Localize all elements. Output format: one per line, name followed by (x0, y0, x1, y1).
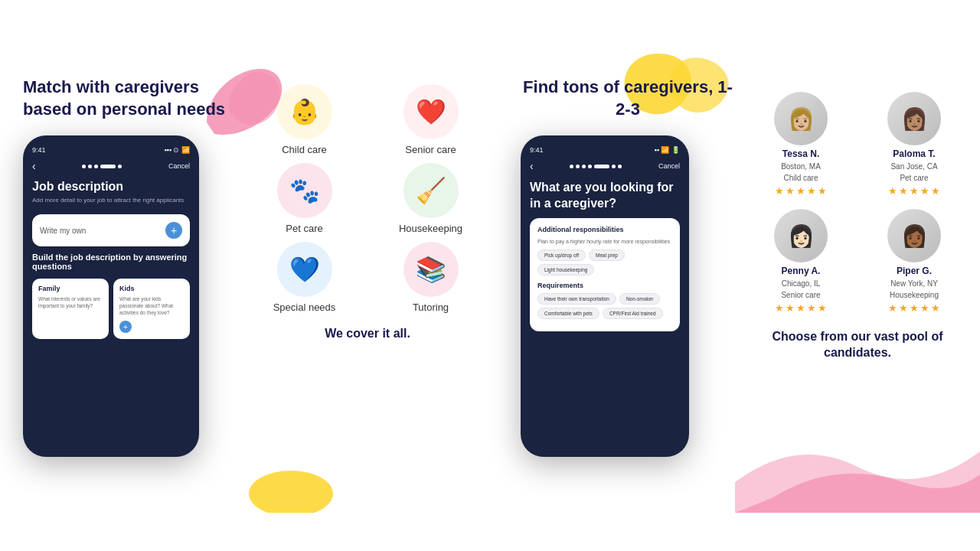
phone-job-title: Job description (32, 180, 190, 194)
service-label: Special needs (273, 302, 336, 313)
write-own-plus[interactable]: + (165, 222, 182, 239)
phone2-dots (570, 165, 622, 168)
decorative-shape-yellow-bottom (245, 452, 337, 513)
service-icon: 👶 (277, 84, 332, 139)
additional-tag: Light housekeeping (537, 264, 594, 276)
caregiver-avatar: 👩🏽 (887, 92, 941, 145)
star-full: ★ (888, 302, 897, 314)
star-full: ★ (786, 302, 795, 314)
caregiver-name: Penny A. (782, 266, 821, 276)
star-full: ★ (899, 302, 908, 314)
requirements-tags: Have their own transportationNon-smokerC… (537, 293, 672, 319)
star-full: ★ (818, 302, 827, 314)
additional-tags: Pick up/drop offMeal prepLight housekeep… (537, 249, 672, 276)
star-full: ★ (796, 185, 805, 197)
middle-section: 👶 Child care ❤️ Senior care 🐾 Pet care 🧹… (253, 77, 482, 341)
phone2-additional-card: Additional responsibilities Plan to pay … (530, 218, 680, 331)
star-full: ★ (775, 185, 784, 197)
caregiver-location: Boston, MA (781, 162, 821, 171)
caregiver-card: 👩🏽 Paloma T. San Jose, CA Pet care ★★★★★ (864, 92, 965, 197)
we-cover-text: We cover it all. (253, 327, 482, 341)
phone2-time: 9:41 (530, 146, 544, 154)
phone2-back-arrow: ‹ (530, 160, 534, 172)
kids-plus[interactable]: + (119, 321, 132, 333)
star-full: ★ (920, 302, 929, 314)
phone-job-subtitle: Add more detail to your job to attract t… (32, 197, 190, 204)
right-section: 👩🏼 Tessa N. Boston, MA Child care ★★★★★ … (750, 92, 965, 361)
right-left-section: Find tons of caregivers, 1-2-3 9:41 ▪▪ 📶… (521, 77, 735, 457)
caregiver-avatar: 👩🏾 (887, 209, 941, 262)
phone-time: 9:41 (32, 146, 46, 154)
phone-mockup-2: 9:41 ▪▪ 📶 🔋 ‹ Cancel What are you lookin… (521, 135, 689, 457)
additional-tag: Pick up/drop off (537, 249, 586, 261)
service-label: Pet care (286, 223, 322, 234)
req-tag: Non-smoker (619, 293, 660, 305)
caregiver-card: 👩🏼 Tessa N. Boston, MA Child care ★★★★★ (750, 92, 851, 197)
phone-nav: ‹ Cancel (32, 160, 190, 172)
caregiver-type: Senior care (781, 291, 820, 299)
star-half: ★ (818, 185, 827, 197)
phone-status-bar: 9:41 ▪▪▪ ⊙ 📶 (32, 146, 190, 154)
star-full: ★ (807, 185, 816, 197)
phone-back-arrow: ‹ (32, 160, 36, 172)
caregiver-location: New York, NY (890, 279, 938, 288)
caregiver-name: Piper G. (897, 266, 932, 276)
service-item-pet-care: 🐾 Pet care (253, 163, 356, 234)
star-full: ★ (910, 302, 919, 314)
additional-sub: Plan to pay a higher hourly rate for mor… (537, 238, 672, 245)
star-full: ★ (920, 185, 929, 197)
decorative-shape-pink-bottom-right (735, 421, 980, 513)
caregiver-card: 👩🏾 Piper G. New York, NY Housekeeping ★★… (864, 209, 965, 314)
service-icon: 🧹 (403, 163, 459, 218)
caregiver-type: Pet care (900, 174, 928, 182)
star-full: ★ (899, 185, 908, 197)
service-label: Senior care (405, 144, 456, 155)
req-tag: CPR/First Aid trained (603, 308, 663, 319)
phone2-signal: ▪▪ 📶 🔋 (655, 146, 680, 154)
service-item-tutoring: 📚 Tutoring (379, 242, 482, 313)
req-tag: Have their own transportation (537, 293, 616, 305)
caregiver-name: Tessa N. (782, 148, 819, 159)
caregiver-name: Paloma T. (893, 148, 935, 159)
caregiver-type: Housekeeping (890, 291, 939, 299)
phone-cancel: Cancel (168, 162, 190, 170)
phone-dots (82, 165, 122, 168)
family-card: Family What interests or values are impo… (32, 279, 109, 339)
phone2-cancel: Cancel (658, 162, 680, 170)
service-icon: 💙 (277, 242, 332, 297)
caregiver-stars: ★★★★★ (775, 185, 827, 197)
caregiver-location: Chicago, IL (782, 279, 821, 288)
choose-text: Choose from our vast pool of candidates. (750, 329, 965, 361)
caregiver-location: San Jose, CA (890, 162, 937, 171)
service-label: Housekeeping (399, 223, 462, 234)
requirements-title: Requirements (537, 282, 672, 289)
right-title: Find tons of caregivers, 1-2-3 (521, 77, 735, 120)
kids-text: What are your kids passionate about? Wha… (119, 295, 184, 316)
phone2-question: What are you looking for in a caregiver? (530, 180, 680, 212)
family-text: What interests or values are important t… (38, 295, 103, 309)
svg-point-0 (249, 471, 333, 513)
phone-signal: ▪▪▪ ⊙ 📶 (164, 146, 190, 154)
left-title: Match with caregivers based on personal … (23, 77, 237, 120)
services-grid: 👶 Child care ❤️ Senior care 🐾 Pet care 🧹… (253, 84, 482, 313)
caregiver-stars: ★★★★★ (888, 185, 940, 197)
kids-label: Kids (119, 285, 184, 292)
phone-write-own-card: Write my own + (32, 214, 190, 246)
caregiver-avatar: 👩🏼 (774, 92, 828, 145)
service-item-special-needs: 💙 Special needs (253, 242, 356, 313)
star-full: ★ (796, 302, 805, 314)
build-cards-row: Family What interests or values are impo… (32, 279, 190, 339)
phone-mockup-1: 9:41 ▪▪▪ ⊙ 📶 ‹ Cancel Job description Ad… (23, 135, 199, 457)
star-full: ★ (786, 185, 795, 197)
caregivers-grid: 👩🏼 Tessa N. Boston, MA Child care ★★★★★ … (750, 92, 965, 314)
phone2-nav: ‹ Cancel (530, 160, 680, 172)
additional-title: Additional responsibilities (537, 226, 672, 233)
star-full: ★ (910, 185, 919, 197)
service-icon: 🐾 (277, 163, 332, 218)
build-desc-title: Build the job description by answering q… (32, 253, 190, 271)
star-half: ★ (931, 302, 940, 314)
service-item-child-care: 👶 Child care (253, 84, 356, 155)
caregiver-stars: ★★★★★ (775, 302, 827, 314)
service-item-housekeeping: 🧹 Housekeeping (379, 163, 482, 234)
phone2-status-bar: 9:41 ▪▪ 📶 🔋 (530, 146, 680, 154)
